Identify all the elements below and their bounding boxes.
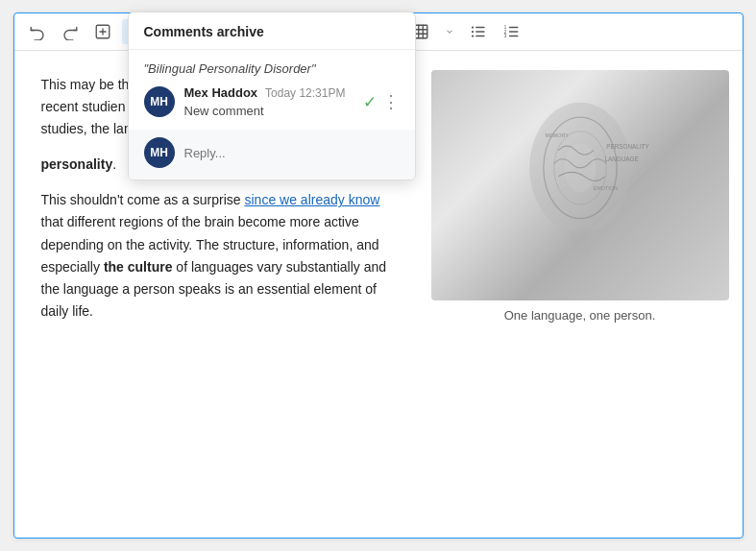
resolve-check-icon[interactable]: ✓ (363, 92, 377, 112)
brain-illustration: PERSONALITY LANGUAGE MEMORY EMOTION (484, 89, 676, 281)
svg-text:PERSONALITY: PERSONALITY (606, 143, 649, 150)
undo-button[interactable] (24, 19, 51, 44)
reply-avatar: MH (144, 137, 175, 168)
svg-rect-5 (414, 25, 427, 38)
editor-container: Heading 1 B I 123 Comments ar (13, 12, 744, 539)
reply-input[interactable] (184, 146, 400, 160)
table-dropdown-button[interactable] (440, 23, 459, 40)
comment-item: "Bilingual Personality Disorder" MH Mex … (129, 50, 415, 130)
svg-text:EMOTION: EMOTION (593, 185, 617, 191)
image-area: PERSONALITY LANGUAGE MEMORY EMOTION One … (426, 51, 743, 538)
svg-rect-30 (570, 228, 591, 254)
more-options-icon[interactable]: ⋮ (382, 93, 400, 110)
svg-point-13 (472, 26, 474, 28)
svg-text:3: 3 (503, 33, 506, 38)
comment-row: MH Mex Haddox Today 12:31PM New comment … (144, 85, 400, 118)
comment-actions: ✓ ⋮ (363, 92, 400, 112)
brain-image: PERSONALITY LANGUAGE MEMORY EMOTION (431, 70, 729, 300)
redo-button[interactable] (57, 19, 84, 44)
reply-row: MH (129, 130, 415, 180)
svg-point-15 (472, 35, 474, 36)
link-since-we-know[interactable]: since we already know (245, 192, 380, 207)
comments-header: Comments archive (129, 12, 415, 50)
svg-text:LANGUAGE: LANGUAGE (604, 156, 638, 162)
add-button[interactable] (89, 19, 116, 44)
comment-author: Mex Haddox (184, 85, 258, 100)
svg-point-14 (472, 31, 474, 33)
svg-text:MEMORY: MEMORY (545, 132, 569, 138)
avatar: MH (144, 86, 175, 117)
comment-meta: Mex Haddox Today 12:31PM New comment (184, 85, 354, 118)
numbered-list-button[interactable]: 123 (498, 19, 524, 44)
comment-text: New comment (184, 104, 354, 118)
image-caption: One language, one person. (504, 308, 656, 323)
quoted-text: "Bilingual Personality Disorder" (144, 61, 400, 76)
table-chevron-icon (445, 27, 454, 36)
paragraph-2: This shouldn't come as a surprise since … (41, 189, 399, 323)
comments-popup: Comments archive "Bilingual Personality … (128, 12, 416, 180)
author-row: Mex Haddox Today 12:31PM (184, 85, 354, 100)
p1-bold-personality: personality (41, 156, 113, 172)
bullet-list-button[interactable] (465, 19, 492, 44)
popup-arrow (156, 12, 169, 12)
p2-bold-culture: the culture (104, 259, 173, 275)
comment-time: Today 12:31PM (265, 86, 345, 100)
